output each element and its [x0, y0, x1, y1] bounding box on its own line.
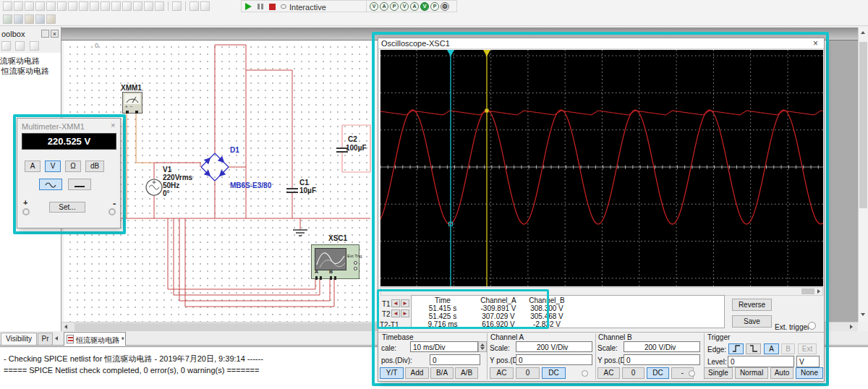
toolbar-icon[interactable]: [35, 14, 45, 24]
t2-left-button[interactable]: ◄: [391, 309, 400, 317]
ammeter-mode-button[interactable]: A: [25, 161, 41, 172]
toolbar-icon[interactable]: [133, 1, 142, 11]
toolbar-icon[interactable]: [3, 14, 12, 24]
toolbar-icon[interactable]: [111, 1, 121, 11]
ab-mode-button[interactable]: A/B: [455, 367, 478, 379]
dc-signal-button[interactable]: [68, 179, 91, 190]
t2-right-button[interactable]: ►: [401, 309, 409, 317]
scope-hscroll-right[interactable]: [817, 289, 820, 294]
probe-settings-icon[interactable]: ⚙: [441, 2, 449, 11]
scope-graph[interactable]: [380, 50, 823, 286]
tab-scroll-left[interactable]: [55, 336, 58, 341]
toolbox-close-button[interactable]: ×: [51, 30, 59, 38]
timebase-xpos-input[interactable]: 0: [430, 354, 480, 365]
t1-left-button[interactable]: ◄: [391, 299, 400, 307]
new-document-icon[interactable]: [1, 41, 11, 51]
pause-button[interactable]: [258, 4, 260, 9]
channel-b-terminal[interactable]: [689, 370, 695, 377]
oscilloscope-dialog[interactable]: Oscilloscope-XSC1 × T1 ◄ ► T2 ◄ ► T2-T1 …: [378, 38, 825, 382]
stop-button[interactable]: [269, 4, 276, 10]
tab-visibility[interactable]: Visibility: [1, 333, 37, 345]
timebase-scale-spinner[interactable]: [478, 341, 487, 352]
current-probe-icon[interactable]: A: [380, 2, 388, 11]
toolbar-icon[interactable]: [25, 14, 34, 24]
channel-a-0-button[interactable]: 0: [516, 367, 540, 379]
run-button[interactable]: [245, 3, 252, 10]
diff-voltage-probe-icon[interactable]: V: [400, 2, 409, 11]
toolbar-icon[interactable]: [14, 14, 23, 24]
timebase-scale-input[interactable]: 10 ms/Div: [410, 341, 478, 352]
trigger-auto-button[interactable]: Auto: [770, 367, 793, 379]
rising-edge-button[interactable]: [728, 343, 744, 354]
yt-mode-button[interactable]: Y/T: [380, 367, 404, 379]
current-clamp-probe-icon[interactable]: A: [410, 2, 419, 11]
toolbar-icon[interactable]: [35, 1, 45, 11]
toolbar-icon[interactable]: [25, 1, 34, 11]
channel-a-scale-input[interactable]: 200 V/Div: [516, 341, 592, 352]
toolbar-icon[interactable]: [14, 1, 23, 11]
vertical-scrollbar[interactable]: [858, 27, 868, 322]
toolbar-icon[interactable]: [90, 1, 99, 11]
toolbar-icon[interactable]: [190, 1, 199, 11]
voltmeter-mode-button[interactable]: V: [45, 161, 61, 172]
tab-project-view[interactable]: Pr: [38, 333, 53, 345]
xmm1-instrument-icon[interactable]: + −: [122, 92, 142, 114]
toolbar-icon[interactable]: [46, 14, 56, 24]
trigger-level-unit[interactable]: V: [796, 356, 820, 367]
toolbar-icon[interactable]: [101, 1, 110, 11]
power-probe-icon[interactable]: P: [390, 2, 399, 11]
sheet-tab[interactable]: 恒流驱动电路 *: [64, 332, 126, 346]
oscilloscope-close-button[interactable]: ×: [813, 38, 818, 48]
xsc1-instrument-icon[interactable]: Ext Trig A B: [311, 244, 359, 279]
scroll-left-button[interactable]: [64, 325, 67, 329]
channel-a-dc-button[interactable]: DC: [542, 367, 566, 379]
toolbar-icon[interactable]: [144, 1, 153, 11]
trigger-level-input[interactable]: 0: [728, 356, 794, 367]
hscroll-thumb[interactable]: [75, 323, 378, 331]
toolbox-pin-button[interactable]: [41, 30, 49, 38]
channel-b-0-button[interactable]: 0: [622, 367, 644, 379]
open-document-icon[interactable]: [15, 41, 25, 51]
channel-b-dc-button[interactable]: DC: [647, 367, 669, 379]
ext-trigger-terminal[interactable]: [808, 322, 816, 330]
multimeter-close-button[interactable]: ×: [111, 121, 115, 129]
scroll-up-button[interactable]: [861, 31, 865, 34]
minus-terminal-jack[interactable]: [109, 208, 116, 215]
toolbar-icon[interactable]: [3, 1, 12, 11]
scope-hscroll-thumb[interactable]: [801, 288, 814, 294]
set-button[interactable]: Set...: [49, 202, 85, 213]
scroll-thumb[interactable]: [859, 42, 867, 208]
save-icon[interactable]: [30, 41, 39, 51]
toolbar-icon[interactable]: [122, 1, 132, 11]
trigger-a-button[interactable]: A: [764, 343, 779, 354]
t1-right-button[interactable]: ►: [401, 299, 409, 307]
falling-edge-button[interactable]: [746, 343, 761, 354]
save-button[interactable]: Save: [732, 315, 772, 328]
oscilloscope-title-bar[interactable]: Oscilloscope-XSC1 ×: [378, 38, 824, 49]
interactive-label[interactable]: Interactive: [289, 3, 326, 12]
trigger-single-button[interactable]: Single: [704, 367, 733, 379]
trigger-normal-button[interactable]: Normal: [735, 367, 768, 379]
channel-a-terminal[interactable]: [582, 370, 588, 377]
toolbar-icon[interactable]: [79, 1, 88, 11]
digital-probe-icon[interactable]: P: [430, 2, 439, 11]
trigger-none-button[interactable]: None: [796, 367, 823, 379]
tree-item-circuit[interactable]: 恒流驱动电路: [1, 66, 49, 77]
channel-b-scale-input[interactable]: 200 V/Div: [624, 341, 700, 352]
toolbar-icon[interactable]: [68, 1, 77, 11]
trigger-b-button[interactable]: B: [781, 343, 795, 354]
scroll-down-button[interactable]: [861, 313, 865, 316]
toolbar-icon[interactable]: [200, 1, 210, 11]
channel-b-ac-button[interactable]: AC: [597, 367, 620, 379]
reverse-button[interactable]: Reverse: [732, 299, 772, 311]
tree-item-project[interactable]: 流驱动电路: [0, 56, 40, 67]
toolbar-icon[interactable]: [155, 1, 164, 11]
toolbar-icon[interactable]: [57, 1, 67, 11]
toolbar-icon[interactable]: [172, 1, 182, 11]
scope-screen[interactable]: [380, 50, 823, 286]
ba-mode-button[interactable]: B/A: [430, 367, 454, 379]
channel-a-ypos-input[interactable]: 0: [516, 354, 592, 365]
voltage-probe-icon[interactable]: V: [370, 2, 378, 11]
add-mode-button[interactable]: Add: [405, 367, 429, 379]
ohmmeter-mode-button[interactable]: Ω: [65, 161, 81, 172]
